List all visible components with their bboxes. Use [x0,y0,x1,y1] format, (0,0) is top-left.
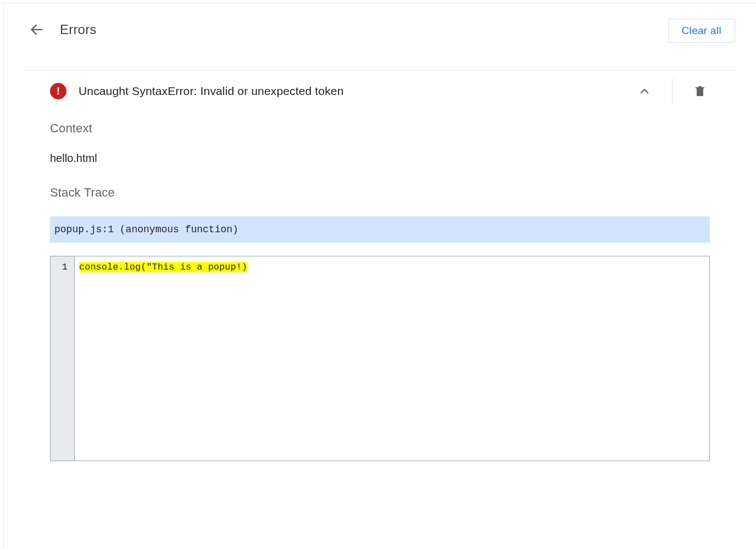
context-label: Context [50,121,710,136]
error-icon: ! [50,83,66,99]
stack-trace-line[interactable]: popup.js:1 (anonymous function) [50,216,710,243]
code-content: console.log("This is a popup!) [75,256,709,461]
arrow-left-icon [29,22,45,37]
error-actions [633,76,714,106]
code-gutter: 1 [51,256,75,461]
error-message: Uncaught SyntaxError: Invalid or unexpec… [79,85,343,98]
clear-all-button[interactable]: Clear all [668,19,735,43]
error-item-body: Context hello.html Stack Trace popup.js:… [25,111,735,461]
stack-trace-label: Stack Trace [50,186,710,200]
trash-icon [693,85,707,98]
window-left-edge [3,3,4,549]
delete-error-button[interactable] [689,80,711,102]
action-divider [672,76,672,106]
page-header: Errors Clear all [25,3,735,54]
error-item-header[interactable]: ! Uncaught SyntaxError: Invalid or unexp… [25,71,735,111]
page-title: Errors [60,22,97,37]
collapse-button[interactable] [633,80,655,102]
back-button[interactable] [26,19,48,41]
code-viewer: 1 console.log("This is a popup!) [50,256,710,461]
chevron-up-icon [638,85,651,98]
context-value: hello.html [50,152,710,165]
line-number: 1 [51,262,68,272]
code-highlight: console.log("This is a popup!) [79,262,247,272]
